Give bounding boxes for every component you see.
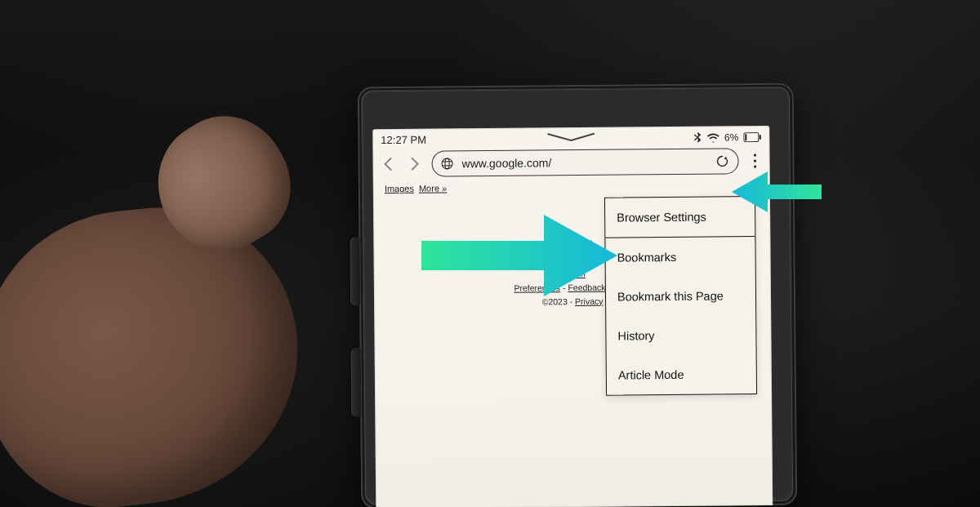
copyright-text: ©2023 - [542,296,573,306]
wifi-icon [706,132,719,142]
scene: 12:27 PM 6% [0,0,980,507]
reload-icon[interactable] [715,154,729,167]
subnav-images-link[interactable]: Images [385,184,414,193]
page-content: Images More » Search Sign in Preferences… [373,179,770,193]
ereader-device: 12:27 PM 6% [358,83,797,507]
globe-icon [441,157,454,170]
battery-icon [743,132,761,142]
feedback-link[interactable]: Feedback [568,282,605,291]
page-turn-button-top[interactable] [350,237,360,305]
address-text: www.google.com/ [462,155,707,171]
address-bar[interactable]: www.google.com/ [431,148,738,176]
overflow-menu: Browser Settings Bookmarks Bookmark this… [604,196,757,396]
more-options-button[interactable] [746,149,763,173]
svg-point-3 [442,158,452,169]
back-button[interactable] [379,153,397,175]
hand-illustration [0,77,349,507]
privacy-link[interactable]: Privacy [575,296,604,305]
svg-point-4 [445,158,449,169]
battery-percent: 6% [724,131,738,143]
page-turn-button-bottom[interactable] [351,348,362,416]
svg-point-9 [754,165,756,167]
bluetooth-icon [693,131,702,143]
menu-browser-settings[interactable]: Browser Settings [605,197,755,238]
menu-history[interactable]: History [606,315,755,356]
clock: 12:27 PM [381,134,426,146]
preferences-link[interactable]: Preferences [514,282,560,292]
browser-nav-row: www.google.com/ [372,145,769,182]
screen: 12:27 PM 6% [372,126,773,507]
svg-rect-1 [760,135,761,140]
signin-link[interactable]: Sign in [559,269,586,278]
menu-bookmarks[interactable]: Bookmarks [605,237,755,278]
svg-point-8 [754,159,756,162]
menu-article-mode[interactable]: Article Mode [607,354,756,395]
google-subnav: Images More » [383,179,760,193]
svg-rect-2 [745,134,746,140]
menu-bookmark-this-page[interactable]: Bookmark this Page [606,276,755,317]
forward-button[interactable] [405,153,423,175]
subnav-more-link[interactable]: More » [419,183,447,193]
google-search-button[interactable]: Search [541,241,591,259]
svg-point-7 [754,153,756,156]
